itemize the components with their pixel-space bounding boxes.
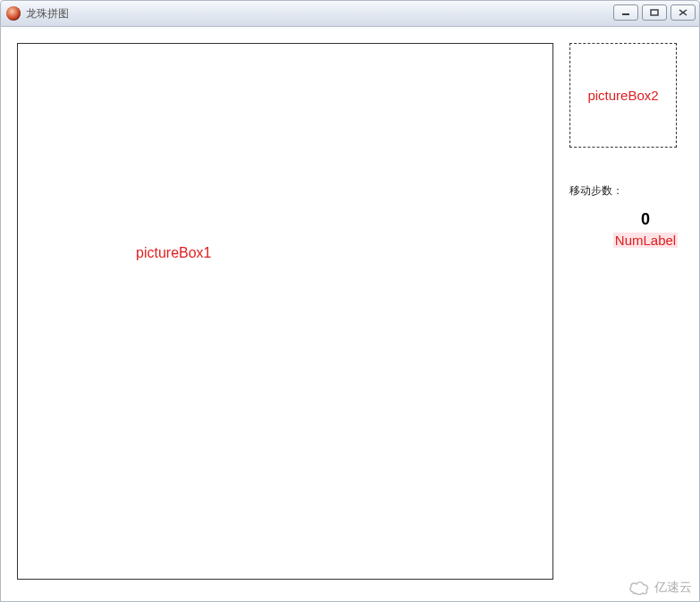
close-button[interactable] bbox=[670, 4, 696, 21]
svg-rect-1 bbox=[651, 10, 658, 15]
svg-rect-0 bbox=[622, 13, 629, 15]
maximize-button[interactable] bbox=[642, 4, 667, 21]
close-icon bbox=[679, 9, 687, 16]
app-icon bbox=[6, 6, 21, 21]
cloud-icon bbox=[628, 580, 651, 596]
client-area: pictureBox1 pictureBox2 移动步数： 0 NumLabel… bbox=[0, 27, 700, 602]
moves-label: 移动步数： bbox=[569, 183, 623, 199]
watermark-text: 亿速云 bbox=[654, 580, 692, 596]
window-title: 龙珠拼图 bbox=[26, 6, 69, 21]
titlebar: 龙珠拼图 bbox=[0, 0, 700, 27]
watermark: 亿速云 bbox=[628, 580, 692, 596]
app-window: 龙珠拼图 pictureBox1 bbox=[0, 0, 700, 602]
num-label: NumLabel bbox=[569, 233, 700, 248]
minimize-icon bbox=[621, 9, 630, 16]
picturebox-main[interactable]: pictureBox1 bbox=[17, 43, 553, 580]
picturebox-preview-label: pictureBox2 bbox=[587, 88, 658, 103]
picturebox-preview[interactable]: pictureBox2 bbox=[569, 43, 677, 148]
moves-value: 0 bbox=[569, 210, 700, 229]
picturebox-main-label: pictureBox1 bbox=[136, 245, 212, 261]
window-controls bbox=[613, 4, 696, 21]
minimize-button[interactable] bbox=[613, 4, 638, 21]
num-label-text: NumLabel bbox=[613, 233, 678, 248]
maximize-icon bbox=[650, 9, 659, 16]
